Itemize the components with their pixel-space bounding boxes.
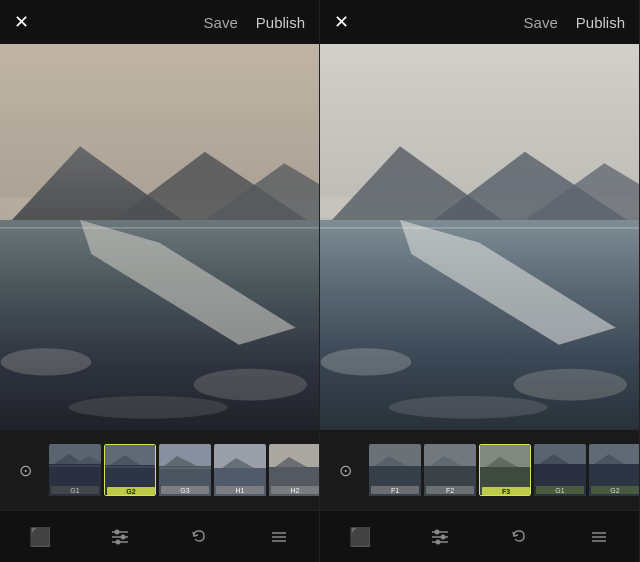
menu-tool-right[interactable] [583,521,615,553]
undo-tool-left[interactable] [183,521,215,553]
svg-point-51 [115,539,120,544]
adjust-icon-left: ⊙ [19,461,32,480]
topbar-actions-right: Save Publish [524,14,625,31]
svg-text:F3: F3 [502,488,510,495]
svg-point-100 [440,534,445,539]
photo-area-right [320,44,639,430]
filter-thumb-g2-left: G2 [104,444,156,496]
svg-text:H2: H2 [291,487,300,494]
filters-strip-left: ⊙ G1 G2 G3 H1 H2 [0,430,319,510]
svg-rect-66 [320,44,639,430]
photo-area-left [0,44,319,430]
filter-adjust-left[interactable]: ⊙ [4,444,46,496]
filter-g1-right[interactable]: G1 [534,444,586,496]
filter-thumb-g3-left: G3 [159,444,211,496]
sliders-tool-left[interactable] [104,521,136,553]
svg-text:G3: G3 [180,487,189,494]
filter-f1-right[interactable]: F1 [369,444,421,496]
layers-tool-left[interactable]: ⬛ [24,521,56,553]
svg-point-47 [114,529,119,534]
filter-h1-left[interactable]: H1 [214,444,266,496]
filter-thumb-f3-right: F3 [479,444,531,496]
save-button-right[interactable]: Save [524,14,558,31]
bottom-toolbar-left: ⬛ [0,510,319,562]
filters-strip-right: ⊙ F1 F2 F3 G1 G2 [320,430,639,510]
save-button-left[interactable]: Save [204,14,238,31]
filter-g1-left[interactable]: G1 [49,444,101,496]
svg-text:F2: F2 [446,487,454,494]
photo-landscape-right [320,44,639,430]
filter-thumb-g2-right: G2 [589,444,639,496]
filter-thumb-f2-right: F2 [424,444,476,496]
svg-point-49 [120,534,125,539]
filter-adjust-right[interactable]: ⊙ [324,444,366,496]
topbar-right: ✕ Save Publish [320,0,639,44]
filter-thumb-g1-left: G1 [49,444,101,496]
filter-g3-left[interactable]: G3 [159,444,211,496]
svg-rect-11 [0,44,319,430]
svg-text:G2: G2 [610,487,619,494]
close-button-left[interactable]: ✕ [14,11,29,33]
svg-point-102 [435,539,440,544]
layers-tool-right[interactable]: ⬛ [344,521,376,553]
filter-f2-right[interactable]: F2 [424,444,476,496]
svg-text:G1: G1 [555,487,564,494]
publish-button-left[interactable]: Publish [256,14,305,31]
filter-g2-right[interactable]: G2 [589,444,639,496]
right-panel: ✕ Save Publish [320,0,640,562]
svg-text:G1: G1 [70,487,79,494]
svg-text:H1: H1 [236,487,245,494]
topbar-left: ✕ Save Publish [0,0,319,44]
filter-thumb-g1-right: G1 [534,444,586,496]
svg-text:G2: G2 [126,488,135,495]
publish-button-right[interactable]: Publish [576,14,625,31]
close-button-right[interactable]: ✕ [334,11,349,33]
bottom-toolbar-right: ⬛ [320,510,639,562]
filter-thumb-f1-right: F1 [369,444,421,496]
filter-thumb-h1-left: H1 [214,444,266,496]
topbar-actions-left: Save Publish [204,14,305,31]
menu-tool-left[interactable] [263,521,295,553]
svg-text:F1: F1 [391,487,399,494]
filter-g2-left[interactable]: G2 [104,444,156,496]
filter-f3-right[interactable]: F3 [479,444,531,496]
sliders-tool-right[interactable] [424,521,456,553]
left-panel: ✕ Save Publish [0,0,320,562]
undo-tool-right[interactable] [503,521,535,553]
filter-h2-left[interactable]: H2 [269,444,319,496]
filter-thumb-h2-left: H2 [269,444,319,496]
adjust-icon-right: ⊙ [339,461,352,480]
photo-landscape-left [0,44,319,430]
svg-point-98 [434,529,439,534]
